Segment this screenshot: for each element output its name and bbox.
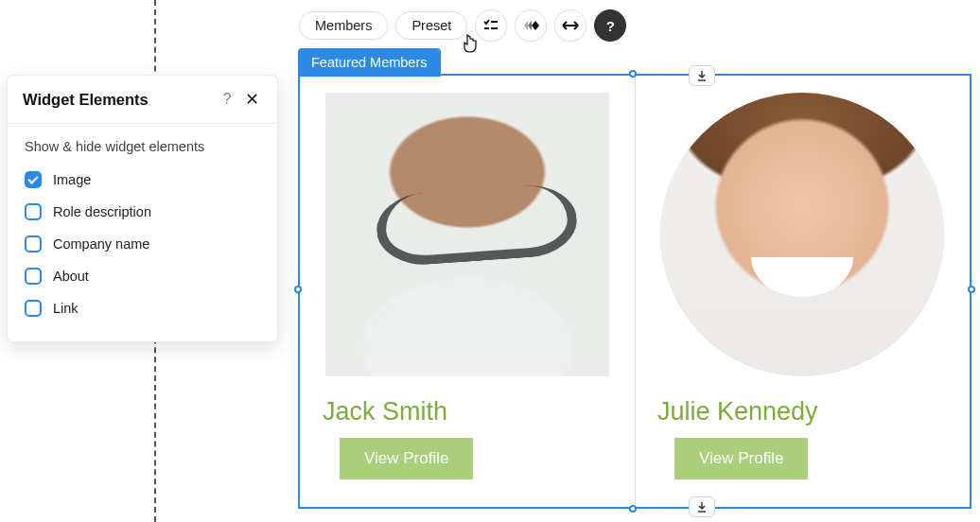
help-button[interactable]: ? bbox=[594, 9, 626, 42]
members-button[interactable]: Members bbox=[299, 11, 388, 40]
widget-selection-frame[interactable]: Jack Smith View Profile Julie Kennedy Vi… bbox=[298, 74, 971, 509]
member-card: Julie Kennedy View Profile bbox=[635, 76, 970, 507]
option-label: Company name bbox=[53, 236, 149, 252]
checkbox-icon[interactable] bbox=[25, 203, 42, 220]
option-link[interactable]: Link bbox=[25, 292, 260, 324]
options-list: Image Role description Company name Abou… bbox=[8, 164, 277, 341]
checklist-icon[interactable] bbox=[475, 9, 507, 42]
preset-button[interactable]: Preset bbox=[395, 11, 467, 40]
panel-header: Widget Elements ? ✕ bbox=[8, 76, 277, 124]
panel-subtitle: Show & hide widget elements bbox=[8, 124, 277, 164]
panel-help-icon[interactable]: ? bbox=[217, 91, 237, 108]
option-label: About bbox=[53, 269, 89, 284]
member-photo-jack[interactable] bbox=[325, 93, 609, 376]
option-about[interactable]: About bbox=[25, 260, 260, 292]
view-profile-button[interactable]: View Profile bbox=[340, 438, 473, 479]
floating-toolbar: Members Preset ? bbox=[299, 9, 626, 42]
animate-icon[interactable] bbox=[515, 9, 547, 42]
member-card: Jack Smith View Profile bbox=[300, 76, 635, 507]
widget-elements-panel: Widget Elements ? ✕ Show & hide widget e… bbox=[7, 75, 278, 342]
close-icon[interactable]: ✕ bbox=[241, 89, 262, 110]
view-profile-button[interactable]: View Profile bbox=[674, 438, 808, 479]
member-name: Julie Kennedy bbox=[654, 397, 951, 426]
option-label: Link bbox=[53, 301, 79, 316]
option-label: Image bbox=[53, 172, 91, 187]
option-company-name[interactable]: Company name bbox=[25, 228, 260, 260]
checkbox-icon[interactable] bbox=[25, 300, 42, 317]
member-name: Jack Smith bbox=[319, 397, 616, 426]
option-image[interactable]: Image bbox=[25, 164, 260, 196]
checkbox-icon[interactable] bbox=[25, 235, 42, 252]
checkbox-icon[interactable] bbox=[25, 268, 42, 285]
checkbox-icon[interactable] bbox=[25, 171, 42, 188]
option-role-description[interactable]: Role description bbox=[25, 196, 260, 228]
member-photo-julie[interactable] bbox=[660, 93, 944, 376]
panel-title: Widget Elements bbox=[23, 91, 217, 109]
widget-label-tab[interactable]: Featured Members bbox=[298, 48, 441, 77]
stretch-icon[interactable] bbox=[554, 9, 586, 42]
option-label: Role description bbox=[53, 204, 151, 219]
